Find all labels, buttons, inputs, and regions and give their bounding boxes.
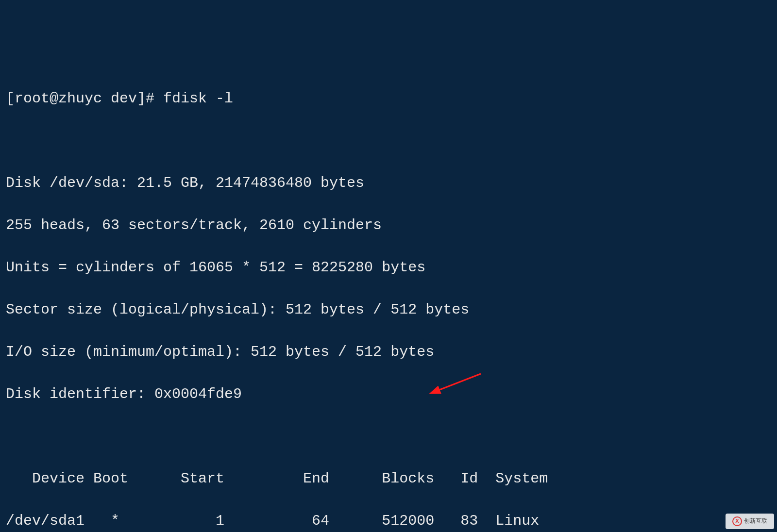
disk-sda-geometry: 255 heads, 63 sectors/track, 2610 cylind… [6, 215, 771, 236]
disk-sda-header: Disk /dev/sda: 21.5 GB, 21474836480 byte… [6, 173, 771, 194]
watermark-logo-icon: X [732, 516, 742, 526]
partition-row-sda1: /dev/sda1 * 1 64 512000 83 Linux [6, 511, 771, 532]
shell-prompt: [root@zhuyc dev]# [6, 90, 163, 107]
shell-prompt-line: [root@zhuyc dev]# fdisk -l [6, 88, 771, 110]
blank-line [6, 131, 771, 152]
disk-sda-identifier: Disk identifier: 0x0004fde9 [6, 384, 771, 405]
blank-line [6, 426, 771, 448]
watermark-text: 创新互联 [744, 517, 767, 525]
watermark-badge: X 创新互联 [726, 514, 774, 529]
disk-sda-units: Units = cylinders of 16065 * 512 = 82252… [6, 257, 771, 279]
partition-table-header: Device Boot Start End Blocks Id System [6, 468, 771, 490]
disk-sda-sector-size: Sector size (logical/physical): 512 byte… [6, 299, 771, 321]
shell-command[interactable]: fdisk -l [163, 90, 233, 107]
disk-sda-io-size: I/O size (minimum/optimal): 512 bytes / … [6, 342, 771, 363]
